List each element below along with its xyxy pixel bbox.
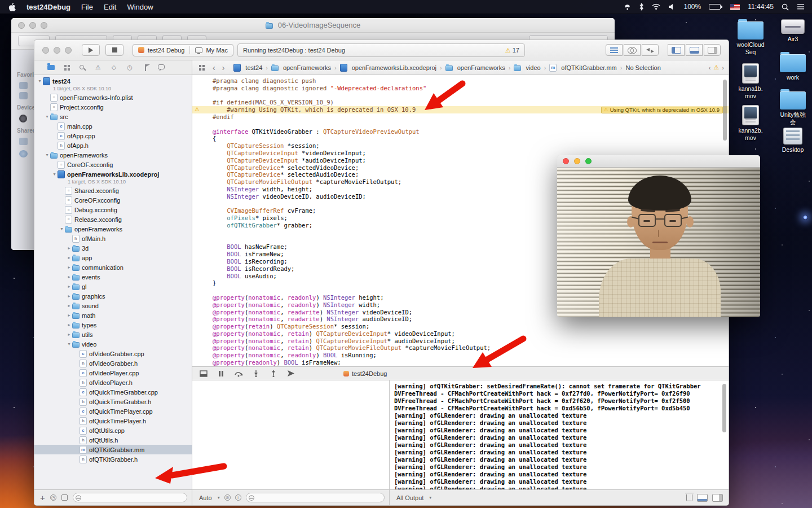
- navigator-item[interactable]: hofVideoGrabber.h: [34, 358, 192, 368]
- step-out-icon[interactable]: [269, 370, 278, 378]
- step-over-icon[interactable]: [234, 370, 243, 378]
- disclosure-icon[interactable]: ▸: [66, 332, 72, 337]
- version-editor-button[interactable]: [642, 44, 659, 56]
- navigator-item[interactable]: hofQTKitGrabber.h: [34, 454, 192, 464]
- show-console-pane-icon[interactable]: [697, 494, 708, 502]
- navigator-filter-input[interactable]: [73, 493, 187, 502]
- info-icon[interactable]: i: [235, 494, 241, 501]
- code-line[interactable]: @property(nonatomic, readonly) BOOL isRu…: [192, 352, 729, 359]
- desktop-icon-work[interactable]: work: [777, 54, 809, 81]
- navigator-item[interactable]: ≡Debug.xcconfig: [34, 205, 192, 214]
- next-issue-icon[interactable]: ›: [722, 64, 724, 71]
- warning-count-badge[interactable]: ⚠ 17: [505, 47, 519, 54]
- navigator-item[interactable]: ≡Shared.xcconfig: [34, 186, 192, 195]
- pause-icon[interactable]: [217, 370, 226, 378]
- spotlight-icon[interactable]: [782, 3, 789, 11]
- debug-navigator-icon[interactable]: ◷: [126, 64, 134, 72]
- project-navigator-icon[interactable]: [47, 64, 55, 72]
- navigator-item[interactable]: ▸communication: [34, 262, 192, 272]
- code-line[interactable]: @property(readonly) BOOL isFrameNew;: [192, 359, 729, 366]
- gutter-warning-icon[interactable]: ⚠: [195, 106, 200, 113]
- navigator-item[interactable]: ≡openFrameworks-Info.plist: [34, 93, 192, 102]
- navigator-item[interactable]: ▾openFrameworks: [34, 224, 192, 234]
- navigator-item[interactable]: cofQuickTimePlayer.cpp: [34, 406, 192, 416]
- recents-filter-icon[interactable]: ◷: [50, 494, 56, 501]
- navigator-item[interactable]: ≡Project.xcconfig: [34, 102, 192, 112]
- variables-filter-input[interactable]: [246, 493, 385, 502]
- debug-location-icon[interactable]: [286, 370, 295, 378]
- navigator-item[interactable]: hofQuickTimeGrabber.h: [34, 397, 192, 406]
- add-button[interactable]: +: [40, 493, 45, 502]
- code-line[interactable]: QTCaptureSession *session;: [192, 142, 729, 150]
- navigator-item[interactable]: ≡Release.xcconfig: [34, 214, 192, 224]
- desktop-icon-unity-benkyokai[interactable]: Unity勉強会: [777, 91, 809, 125]
- input-source-flag-icon[interactable]: [730, 4, 740, 10]
- navigator-item[interactable]: hofVideoPlayer.h: [34, 378, 192, 387]
- code-line[interactable]: @interface QTKitVideoGrabber : QTCapture…: [192, 128, 729, 135]
- code-line[interactable]: #endif: [192, 113, 729, 121]
- test-navigator-icon[interactable]: ◇: [110, 64, 118, 72]
- related-items-icon[interactable]: [199, 65, 201, 67]
- disclosure-icon[interactable]: ▾: [66, 341, 72, 347]
- disclosure-icon[interactable]: ▾: [59, 226, 65, 231]
- navigator-item[interactable]: ▸gl: [34, 282, 192, 291]
- active-app-menu[interactable]: test24Debug: [27, 3, 70, 11]
- video-preview-window[interactable]: [557, 155, 760, 317]
- navigator-item[interactable]: ≡CoreOF.xcconfig: [34, 195, 192, 205]
- report-navigator-icon[interactable]: [157, 64, 165, 72]
- video-minimize-button[interactable]: [574, 158, 580, 164]
- debug-process-tab[interactable]: test24Debug: [343, 370, 387, 377]
- stop-button[interactable]: [105, 44, 123, 56]
- code-line[interactable]: ⚠ #warning Using QTKit, which is depreca…: [192, 106, 729, 113]
- navigator-item[interactable]: ▸sound: [34, 301, 192, 310]
- notification-center-icon[interactable]: [797, 3, 805, 10]
- sidebar-item-icon[interactable]: [19, 92, 28, 99]
- navigator-item[interactable]: mofQTKitGrabber.mm: [34, 445, 192, 454]
- code-line[interactable]: @property(nonatomic, retain) QTCaptureMo…: [192, 344, 729, 352]
- assistant-editor-button[interactable]: [624, 44, 641, 56]
- disclosure-icon[interactable]: ▸: [66, 274, 72, 279]
- variables-scope-select[interactable]: Auto: [199, 494, 212, 501]
- disclosure-icon[interactable]: ▸: [66, 322, 72, 327]
- symbol-navigator-icon[interactable]: [63, 64, 70, 72]
- xcode-minimize-button[interactable]: [54, 47, 60, 54]
- navigator-item[interactable]: cofVideoPlayer.cpp: [34, 368, 192, 378]
- breadcrumb-item[interactable]: openFrameworks: [445, 64, 505, 71]
- standard-editor-button[interactable]: [606, 44, 623, 56]
- code-line[interactable]: #pragma clang diagnostic push: [192, 77, 729, 85]
- wifi-icon[interactable]: [652, 3, 660, 10]
- battery-icon[interactable]: [709, 4, 722, 10]
- battery-percent[interactable]: 100%: [683, 3, 701, 11]
- navigator-item[interactable]: ▸graphics: [34, 291, 192, 301]
- variables-view[interactable]: [192, 380, 390, 489]
- video-close-button[interactable]: [563, 158, 569, 164]
- no-filter-icon[interactable]: ⊘: [224, 494, 231, 501]
- run-button[interactable]: [82, 44, 100, 56]
- disclosure-icon[interactable]: ▾: [51, 172, 58, 177]
- disclosure-icon[interactable]: ▸: [66, 284, 72, 289]
- toggle-utilities-button[interactable]: [704, 44, 721, 56]
- shared-display-icon[interactable]: [19, 138, 28, 145]
- breadcrumb-item[interactable]: test24: [233, 64, 262, 72]
- breadcrumb-item[interactable]: openFrameworksLib.xcodeproj: [340, 64, 436, 72]
- video-zoom-button[interactable]: [585, 158, 592, 164]
- breadcrumb-item[interactable]: video: [514, 64, 540, 71]
- disclosure-icon[interactable]: ▸: [66, 313, 72, 318]
- console-scrollbar[interactable]: [722, 384, 726, 432]
- code-line[interactable]: @property(nonatomic, retain) QTCaptureDe…: [192, 338, 729, 345]
- apple-menu-icon[interactable]: [8, 3, 16, 11]
- disk-icon[interactable]: [19, 115, 27, 122]
- navigator-item[interactable]: cmain.cpp: [34, 121, 192, 131]
- xcode-close-button[interactable]: [42, 47, 49, 54]
- breadcrumb-item[interactable]: No Selection: [625, 64, 660, 71]
- shared-globe-icon[interactable]: [19, 150, 28, 157]
- disclosure-icon[interactable]: ▸: [66, 255, 72, 260]
- navigator-item[interactable]: ▸types: [34, 320, 192, 330]
- navigator-item[interactable]: ▸app: [34, 253, 192, 262]
- toggle-navigator-button[interactable]: [668, 44, 685, 56]
- navigator-item[interactable]: ▾openFrameworksLib.xcodeproj: [34, 169, 192, 179]
- navigator-item[interactable]: ▾video: [34, 339, 192, 349]
- navigator-item[interactable]: cofQtUtils.cpp: [34, 426, 192, 435]
- editor-scrollbar[interactable]: [723, 80, 727, 141]
- navigator-item[interactable]: ▸math: [34, 310, 192, 320]
